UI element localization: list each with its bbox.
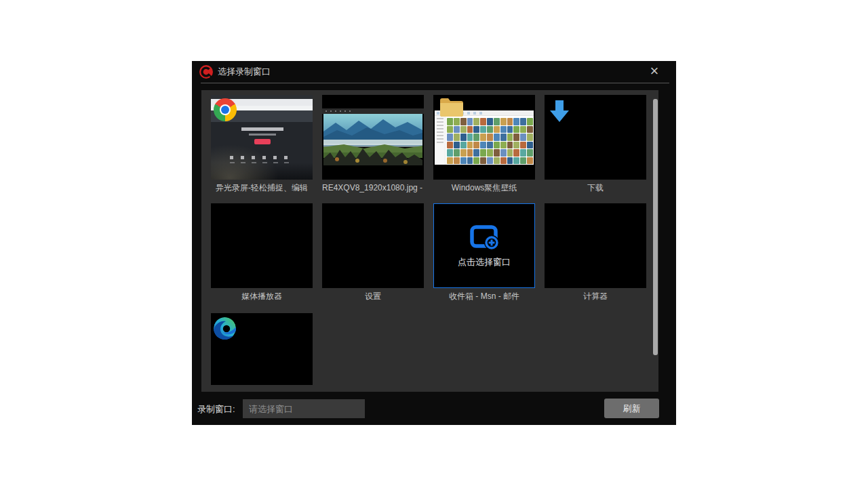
window-title-label: 设置 <box>322 291 424 303</box>
refresh-button[interactable]: 刷新 <box>604 399 659 418</box>
window-thumbnail-edge[interactable] <box>211 313 313 385</box>
select-window-plus-icon <box>469 223 499 250</box>
window-title-label: 媒体播放器 <box>211 291 313 303</box>
window-title-label: 收件箱 - Msn - 邮件 <box>433 291 535 303</box>
window-thumbnail-downloads[interactable] <box>545 95 646 180</box>
explorer-window <box>435 110 534 165</box>
record-window-input[interactable] <box>243 399 365 418</box>
select-recording-window-dialog: 选择录制窗口 × 异光录屏-轻松捕捉、编辑 <box>192 61 676 425</box>
thumbnail-text-line <box>249 134 276 136</box>
landscape-photo <box>323 114 422 165</box>
download-arrow-icon <box>549 100 570 123</box>
window-title-label: 计算器 <box>545 291 646 303</box>
window-grid-panel: 异光录屏-轻松捕捉、编辑 <box>201 90 658 392</box>
window-thumbnail-mail[interactable]: 点击选择窗口 <box>433 203 535 288</box>
close-icon[interactable]: × <box>645 63 664 81</box>
chrome-logo-icon <box>214 98 237 121</box>
window-title-label: 异光录屏-轻松捕捉、编辑 <box>211 182 313 195</box>
folder-icon <box>439 96 465 118</box>
click-to-select-hint: 点击选择窗口 <box>458 256 511 268</box>
window-thumbnail-calculator[interactable] <box>545 203 646 288</box>
recorder-app-logo-icon <box>199 64 214 79</box>
window-thumbnail-settings[interactable] <box>322 203 424 288</box>
edge-logo-icon <box>214 317 236 340</box>
window-title-label: 下载 <box>545 182 646 195</box>
thumbnail-icon-row <box>230 162 295 163</box>
window-title-label: Windows聚焦壁纸 <box>433 182 535 195</box>
photo-app-toolbar-icons <box>326 110 353 112</box>
window-thumbnail-photo[interactable] <box>322 95 424 180</box>
thumbnail-icon-row <box>230 156 295 159</box>
window-title-label: RE4XQV8_1920x1080.jpg - 照片 <box>322 182 424 195</box>
record-window-label: 录制窗口: <box>197 403 235 415</box>
dialog-titlebar: 选择录制窗口 × <box>192 61 676 83</box>
window-thumbnail-chrome[interactable] <box>211 95 313 180</box>
thumbnail-red-button <box>254 139 271 144</box>
dialog-title: 选择录制窗口 <box>218 61 271 82</box>
vertical-scrollbar-thumb[interactable] <box>653 99 658 355</box>
window-thumbnail-media-player[interactable] <box>211 203 313 288</box>
thumbnail-text-line <box>241 127 283 131</box>
titlebar-divider <box>201 83 669 83</box>
wallpaper-thumbnails-grid <box>447 118 533 164</box>
window-thumbnail-explorer[interactable] <box>433 95 535 180</box>
